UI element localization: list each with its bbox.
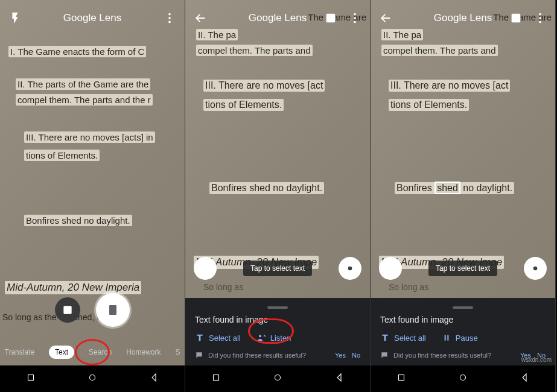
select-all-button[interactable]: Select all: [380, 333, 426, 343]
word: no daylight.: [460, 183, 512, 193]
ocr-line: Bonfires shed no daylight.: [209, 182, 324, 194]
svg-point-0: [168, 13, 171, 16]
bottom-sheet: Text found in image Select all Listen Di…: [185, 298, 370, 365]
more-icon[interactable]: [348, 11, 361, 25]
more-icon[interactable]: [533, 11, 547, 25]
feedback-no[interactable]: No: [352, 352, 360, 359]
nav-recent-icon[interactable]: [25, 372, 36, 385]
text-icon: [380, 333, 390, 343]
ocr-line: I. The Game enacts the form of C: [8, 46, 146, 57]
svg-point-6: [90, 375, 95, 381]
ocr-line: tions of Elements.: [24, 150, 100, 161]
back-icon[interactable]: [379, 11, 392, 25]
svg-point-14: [275, 375, 281, 381]
svg-point-19: [533, 267, 538, 271]
filter-button[interactable]: [194, 257, 217, 280]
pause-button[interactable]: Pause: [442, 333, 478, 343]
svg-point-23: [460, 375, 466, 381]
nav-home-icon[interactable]: [272, 372, 283, 385]
nav-back-icon[interactable]: [334, 372, 345, 385]
ocr-line: III. There are no moves [acts] in: [24, 131, 155, 143]
feedback-row: Did you find these results useful? Yes N…: [380, 351, 546, 359]
mode-homework[interactable]: Homework: [126, 348, 161, 356]
app-title: Google Lens: [434, 12, 492, 24]
nav-recent-icon[interactable]: [396, 372, 407, 385]
ocr-line: tions of Elements.: [389, 99, 469, 111]
shutter-button[interactable]: [96, 293, 130, 327]
sparkle-button[interactable]: [524, 257, 547, 280]
ocr-line: III. There are no moves [act: [389, 80, 510, 92]
svg-point-11: [348, 267, 352, 271]
ocr-line: III. There are no moves [act: [203, 80, 325, 92]
ocr-line-highlighted[interactable]: Bonfires shed no daylight.: [395, 182, 514, 194]
svg-rect-21: [447, 335, 448, 340]
back-icon[interactable]: [194, 11, 207, 25]
app-title: Google Lens: [249, 12, 307, 24]
ocr-line: So long as: [389, 282, 428, 292]
mode-more[interactable]: S: [175, 348, 180, 356]
select-all-label: Select all: [209, 334, 241, 343]
sparkle-button[interactable]: [339, 257, 361, 280]
svg-point-12: [259, 335, 261, 337]
sheet-handle[interactable]: [267, 306, 288, 309]
selected-word[interactable]: shed: [434, 182, 460, 194]
pause-label: Pause: [456, 334, 478, 343]
svg-point-10: [354, 21, 356, 24]
svg-rect-22: [399, 375, 404, 381]
mode-search[interactable]: Search: [89, 348, 112, 356]
svg-point-18: [539, 21, 541, 24]
svg-rect-3: [63, 306, 71, 314]
gallery-button[interactable]: [55, 297, 80, 323]
feedback-question: Did you find these results useful?: [393, 352, 491, 359]
hint-row: Tap to select text: [371, 257, 555, 280]
svg-rect-4: [109, 305, 116, 315]
image-icon[interactable]: [324, 11, 337, 25]
nav-back-icon[interactable]: [519, 372, 530, 385]
nav-recent-icon[interactable]: [211, 372, 221, 385]
listen-button[interactable]: Listen: [256, 333, 291, 343]
sheet-title: Text found in image: [380, 315, 546, 324]
top-bar: Google Lens: [185, 0, 370, 36]
nav-home-icon[interactable]: [87, 372, 98, 385]
more-icon[interactable]: [163, 11, 176, 25]
nav-home-icon[interactable]: [457, 372, 468, 385]
android-nav: [0, 365, 185, 392]
svg-rect-20: [444, 335, 445, 340]
top-bar: Google Lens: [0, 0, 185, 36]
mode-translate[interactable]: Translate: [5, 348, 35, 356]
svg-point-17: [539, 17, 541, 19]
svg-point-2: [168, 21, 171, 24]
hint-row: Tap to select text: [185, 257, 370, 280]
filter-button[interactable]: [379, 257, 402, 280]
svg-point-8: [354, 13, 356, 16]
tap-hint: Tap to select text: [428, 261, 497, 276]
comment-icon: [380, 351, 389, 359]
camera-view: [0, 0, 185, 392]
screen-pause: Google Lens The Game are II. The pa comp…: [371, 0, 556, 392]
image-icon[interactable]: [509, 11, 523, 25]
sheet-actions: Select all Pause: [380, 333, 546, 343]
pause-icon: [442, 333, 451, 343]
svg-point-1: [168, 17, 171, 19]
select-all-button[interactable]: Select all: [195, 333, 241, 343]
text-icon: [195, 333, 205, 343]
sheet-title: Text found in image: [195, 315, 360, 324]
flash-off-icon[interactable]: [8, 11, 22, 25]
watermark: wsxdn.com: [521, 356, 552, 363]
svg-point-16: [539, 13, 541, 16]
capture-controls: [0, 293, 185, 327]
sheet-actions: Select all Listen: [195, 333, 360, 343]
sheet-handle[interactable]: [453, 306, 473, 309]
feedback-row: Did you find these results useful? Yes N…: [195, 351, 360, 359]
mode-text[interactable]: Text: [49, 346, 74, 359]
ocr-line: So long as: [203, 282, 243, 292]
svg-point-9: [354, 17, 356, 19]
svg-rect-13: [214, 375, 219, 381]
nav-back-icon[interactable]: [148, 372, 159, 385]
ocr-line: compel them. The parts and the r: [16, 94, 153, 106]
screen-listen: Google Lens The Game are II. The pa comp…: [185, 0, 371, 392]
feedback-yes[interactable]: Yes: [335, 352, 346, 359]
listen-label: Listen: [270, 334, 291, 343]
mode-selector: Translate Text Search Homework S: [0, 346, 185, 359]
ocr-line: II. The parts of the Game are the: [16, 78, 150, 90]
